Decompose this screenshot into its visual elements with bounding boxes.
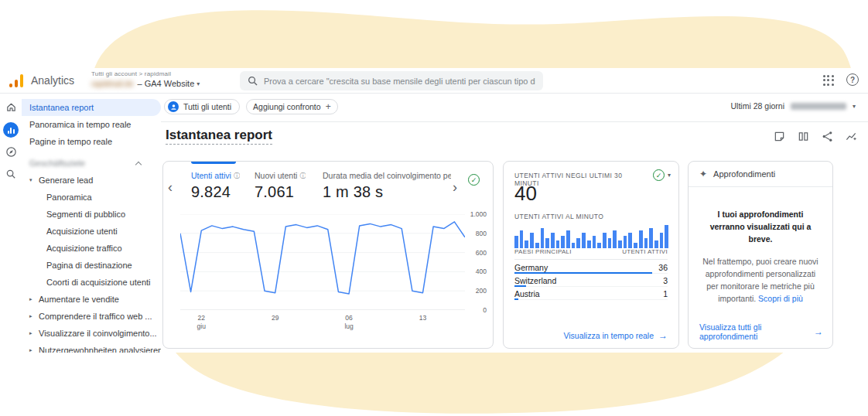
metric-new-users[interactable]: Nuovi utenti ⓘ 7.061 <box>255 171 306 201</box>
minute-bar <box>665 225 668 248</box>
users-column-header: UTENTI ATTIVI <box>622 248 668 255</box>
filter-bar: Tutti gli utenti Aggiungi confronto + <box>164 99 338 114</box>
nav-item-panoramica[interactable]: Panoramica <box>22 189 161 206</box>
minute-bar <box>639 230 643 248</box>
nav-item-label: Segmenti di pubblico <box>46 210 125 219</box>
expand-arrow-icon: ▸ <box>29 330 39 336</box>
metric-value: 1 m 38 s <box>323 183 451 201</box>
minute-bar <box>608 238 612 248</box>
nav-item-pagina-di-destinazione[interactable]: Pagina di destinazione <box>22 257 161 274</box>
date-range-label: Ultimi 28 giorni <box>731 101 784 111</box>
metrics-trend-card: ‹ Utenti attivi ⓘ 9.824 Nuovi utenti ⓘ 7… <box>162 161 494 349</box>
home-icon[interactable] <box>0 96 22 118</box>
view-realtime-label: Visualizza in tempo reale <box>563 331 654 340</box>
apps-grid-icon[interactable] <box>823 75 834 86</box>
explore-icon[interactable] <box>0 141 22 163</box>
minute-bar <box>628 233 632 248</box>
arrow-right-icon: → <box>814 326 823 337</box>
view-all-insights-link[interactable]: Visualizza tutti gli approfondimenti → <box>699 322 823 341</box>
minute-bar <box>654 240 658 248</box>
y-axis-label: 0 <box>466 306 487 314</box>
metric-avg-engagement[interactable]: Durata media del coinvolgimento per u 1 … <box>323 171 451 201</box>
reports-icon[interactable] <box>0 118 22 141</box>
property-selector[interactable]: – GA4 Website ▾ <box>137 79 200 88</box>
nav-group-nutzergewohnheiten[interactable]: ▸ Nutzergewohnheiten analysieren <box>22 342 161 353</box>
nav-item-segmenti-di-pubblico[interactable]: Segmenti di pubblico <box>22 206 161 223</box>
x-axis-label: 13 <box>411 314 434 322</box>
insights-headline: I tuoi approfondimenti verranno visualiz… <box>701 209 820 245</box>
y-axis-label: 1.000 <box>466 210 487 218</box>
nav-group-comprendere-traffico[interactable]: ▸ Comprendere il traffico web ... <box>22 308 161 325</box>
icon-rail <box>0 96 22 186</box>
segment-chip-all-users[interactable]: Tutti gli utenti <box>164 99 240 114</box>
nav-item-panoramica-tempo-reale[interactable]: Panoramica in tempo reale <box>22 116 161 133</box>
y-axis-label: 600 <box>466 249 487 257</box>
learn-more-link[interactable]: Scopri di più <box>758 294 803 303</box>
minute-bar <box>566 230 570 248</box>
nav-group-aumentare-le-vendite[interactable]: ▸ Aumentare le vendite <box>22 291 161 308</box>
chevron-left-icon[interactable]: ‹ <box>168 180 173 194</box>
property-name-blurred: rapidmail.de <box>91 80 133 88</box>
nav-section-geschaeftsziele[interactable]: Geschäftsziele <box>22 155 161 172</box>
toolbar-divider <box>161 121 868 122</box>
customize-report-icon[interactable] <box>798 131 809 142</box>
add-comparison-chip[interactable]: Aggiungi confronto + <box>246 99 338 114</box>
search-icon <box>248 76 258 86</box>
realtime-quality-badge[interactable]: ✓ ▾ <box>653 169 671 181</box>
x-axis-label: 29 <box>264 314 287 322</box>
nav-group-visualizzare-coinvolgimento[interactable]: ▸ Visualizzare il coinvolgimento... <box>22 325 161 342</box>
view-realtime-link[interactable]: Visualizza in tempo reale → <box>563 330 668 341</box>
date-range-dates-blurred <box>791 103 846 110</box>
minute-bar <box>644 238 648 248</box>
sparkle-icon: ✦ <box>699 169 707 179</box>
minute-bar <box>561 236 565 249</box>
metric-value: 7.061 <box>255 183 306 201</box>
nav-item-acquisizione-utenti[interactable]: Acquisizione utenti <box>22 223 161 240</box>
share-icon[interactable] <box>822 131 833 142</box>
info-icon: ⓘ <box>234 172 240 180</box>
nav-item-istantanea-report[interactable]: Istantanea report <box>22 99 161 116</box>
data-quality-check-icon[interactable]: ✓ <box>468 174 480 186</box>
minute-bar <box>582 233 586 248</box>
nav-item-label: Pagina di destinazione <box>46 261 132 270</box>
y-axis-label: 200 <box>466 287 487 295</box>
metric-active-users[interactable]: Utenti attivi ⓘ 9.824 <box>191 171 240 201</box>
country-row: Germany36 <box>514 261 668 274</box>
search-input[interactable] <box>264 77 535 86</box>
product-name: Analytics <box>31 74 74 87</box>
minute-bar <box>545 238 549 248</box>
minute-bar <box>660 233 664 248</box>
insights-icon[interactable] <box>846 131 857 142</box>
main-content: Tutti gli utenti Aggiungi confronto + Ul… <box>161 94 868 353</box>
nav-item-label: Panoramica in tempo reale <box>29 120 131 129</box>
nav-item-coorti-acquisizione[interactable]: Coorti di acquisizione utenti <box>22 274 161 291</box>
chevron-down-icon: ▾ <box>668 172 671 179</box>
chevron-right-icon[interactable]: › <box>453 180 457 194</box>
nav-item-pagine-tempo-reale[interactable]: Pagine in tempo reale <box>22 133 161 150</box>
report-nav: Istantanea report Panoramica in tempo re… <box>22 99 161 353</box>
date-range-picker[interactable]: Ultimi 28 giorni ▾ <box>731 101 856 111</box>
minute-bar <box>572 243 576 248</box>
help-icon[interactable]: ? <box>846 73 859 86</box>
breadcrumb[interactable]: Tutti gli account > rapidmail <box>91 70 200 77</box>
metric-value: 9.824 <box>191 183 240 201</box>
country-name: Germany <box>514 263 548 272</box>
x-axis-label: 06 lug <box>337 314 361 330</box>
minute-bar <box>618 240 622 248</box>
countries-column-header: PAESI PRINCIPALI <box>514 248 572 255</box>
insights-title: Approfondimenti <box>713 169 775 179</box>
advertising-icon[interactable] <box>0 163 22 186</box>
country-name: Switzerland <box>514 276 556 285</box>
x-axis-label: 22 giu <box>190 314 213 330</box>
minute-bar <box>525 240 528 248</box>
feedback-note-icon[interactable] <box>774 131 785 142</box>
search-bar[interactable] <box>240 71 543 90</box>
view-all-insights-label: Visualizza tutti gli approfondimenti <box>699 322 814 341</box>
expand-arrow-icon: ▸ <box>29 313 39 319</box>
nav-item-acquisizione-traffico[interactable]: Acquisizione traffico <box>22 240 161 257</box>
nav-item-label: Acquisizione utenti <box>46 227 118 236</box>
nav-group-label: Visualizzare il coinvolgimento... <box>39 329 157 338</box>
minute-bar <box>576 238 580 248</box>
nav-group-generare-lead[interactable]: ▾ Generare lead <box>22 172 161 189</box>
chevron-down-icon: ▾ <box>853 103 856 110</box>
